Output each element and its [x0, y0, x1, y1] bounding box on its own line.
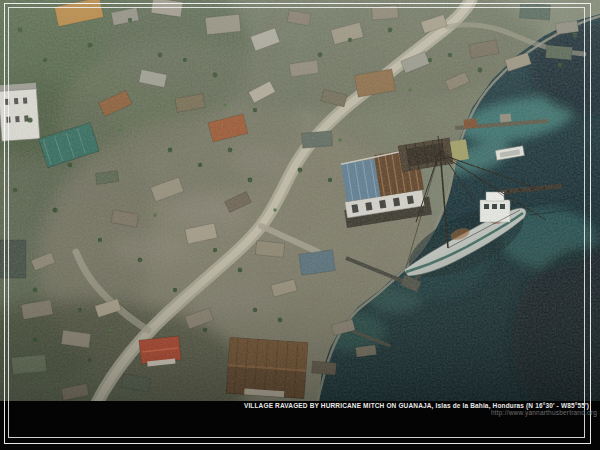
photo-caption: VILLAGE RAVAGED BY HURRICANE MITCH ON GU…	[244, 402, 589, 409]
photo-credit-url: http://www.yannarthusbertrand.org	[244, 409, 597, 417]
aerial-photo	[0, 0, 600, 450]
caption: VILLAGE RAVAGED BY HURRICANE MITCH ON GU…	[244, 402, 589, 417]
hurricane-wallpaper: VILLAGE RAVAGED BY HURRICANE MITCH ON GU…	[0, 0, 600, 450]
